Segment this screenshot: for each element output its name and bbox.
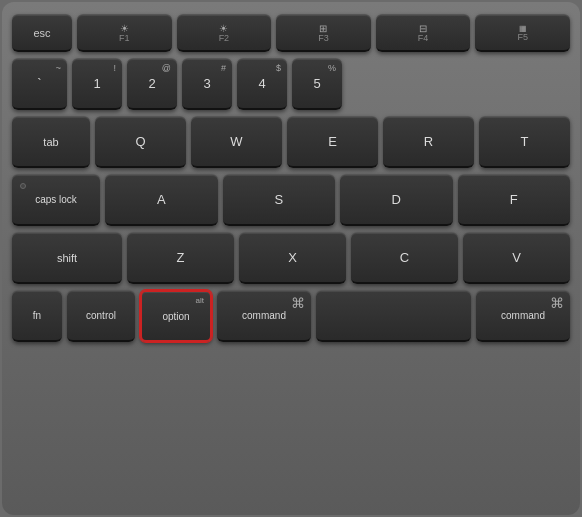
key-tab[interactable]: tab bbox=[12, 116, 90, 168]
q-label: Q bbox=[135, 134, 145, 149]
key-1[interactable]: ! 1 bbox=[72, 58, 122, 110]
option-label: option bbox=[162, 311, 189, 322]
four-label: 4 bbox=[258, 76, 265, 91]
f4-label: F4 bbox=[418, 34, 429, 43]
keyboard: esc ☀ F1 ☀ F2 ⊞ F3 ⊟ F4 ▦ F5 ~ ` ! 1 bbox=[2, 2, 580, 515]
f1-icon: ☀ bbox=[120, 23, 129, 34]
key-a[interactable]: A bbox=[105, 174, 218, 226]
command-left-label: command bbox=[242, 310, 286, 321]
key-3[interactable]: # 3 bbox=[182, 58, 232, 110]
hash-label: # bbox=[221, 64, 226, 73]
key-f4[interactable]: ⊟ F4 bbox=[376, 14, 471, 52]
key-t[interactable]: T bbox=[479, 116, 570, 168]
backtick-label: ` bbox=[37, 76, 41, 91]
z-label: Z bbox=[177, 250, 185, 265]
key-c[interactable]: C bbox=[351, 232, 458, 284]
key-command-left[interactable]: ⌘ command bbox=[217, 290, 311, 342]
key-2[interactable]: @ 2 bbox=[127, 58, 177, 110]
key-f5[interactable]: ▦ F5 bbox=[475, 14, 570, 52]
cmd-icon-left: ⌘ bbox=[291, 296, 305, 310]
key-esc[interactable]: esc bbox=[12, 14, 72, 52]
v-label: V bbox=[512, 250, 521, 265]
key-control[interactable]: control bbox=[67, 290, 135, 342]
one-label: 1 bbox=[93, 76, 100, 91]
e-label: E bbox=[328, 134, 337, 149]
key-shift-left[interactable]: shift bbox=[12, 232, 122, 284]
percent-label: % bbox=[328, 64, 336, 73]
key-d[interactable]: D bbox=[340, 174, 453, 226]
shift-label: shift bbox=[57, 252, 77, 264]
f5-label: F5 bbox=[517, 33, 528, 42]
key-command-right[interactable]: ⌘ command bbox=[476, 290, 570, 342]
f4-icon: ⊟ bbox=[419, 23, 427, 34]
zxcv-row: shift Z X C V bbox=[12, 232, 570, 284]
control-label: control bbox=[86, 310, 116, 321]
f3-label: F3 bbox=[318, 34, 329, 43]
key-s[interactable]: S bbox=[223, 174, 336, 226]
key-f[interactable]: F bbox=[458, 174, 571, 226]
five-label: 5 bbox=[313, 76, 320, 91]
alt-label: alt bbox=[196, 297, 204, 305]
key-e[interactable]: E bbox=[287, 116, 378, 168]
c-label: C bbox=[400, 250, 409, 265]
key-z[interactable]: Z bbox=[127, 232, 234, 284]
key-v[interactable]: V bbox=[463, 232, 570, 284]
number-row: ~ ` ! 1 @ 2 # 3 $ 4 % 5 bbox=[12, 58, 570, 110]
f1-label: F1 bbox=[119, 34, 130, 43]
caps-label: caps lock bbox=[35, 194, 77, 205]
f-label: F bbox=[510, 192, 518, 207]
key-r[interactable]: R bbox=[383, 116, 474, 168]
key-caps-lock[interactable]: caps lock bbox=[12, 174, 100, 226]
key-space[interactable] bbox=[316, 290, 471, 342]
command-right-label: command bbox=[501, 310, 545, 321]
key-5[interactable]: % 5 bbox=[292, 58, 342, 110]
tilde-top: ~ bbox=[56, 64, 61, 73]
three-label: 3 bbox=[203, 76, 210, 91]
key-4[interactable]: $ 4 bbox=[237, 58, 287, 110]
f3-icon: ⊞ bbox=[319, 23, 327, 34]
s-label: S bbox=[274, 192, 283, 207]
esc-label: esc bbox=[33, 27, 50, 39]
exclaim-label: ! bbox=[113, 64, 116, 73]
x-label: X bbox=[288, 250, 297, 265]
fn-label: fn bbox=[33, 310, 41, 321]
f2-icon: ☀ bbox=[219, 23, 228, 34]
f2-label: F2 bbox=[219, 34, 230, 43]
key-option[interactable]: alt option bbox=[140, 290, 212, 342]
key-f3[interactable]: ⊞ F3 bbox=[276, 14, 371, 52]
w-label: W bbox=[230, 134, 242, 149]
tab-label: tab bbox=[43, 136, 58, 148]
key-f1[interactable]: ☀ F1 bbox=[77, 14, 172, 52]
d-label: D bbox=[392, 192, 401, 207]
key-x[interactable]: X bbox=[239, 232, 346, 284]
r-label: R bbox=[424, 134, 433, 149]
key-q[interactable]: Q bbox=[95, 116, 186, 168]
key-w[interactable]: W bbox=[191, 116, 282, 168]
asdf-row: caps lock A S D F bbox=[12, 174, 570, 226]
dollar-label: $ bbox=[276, 64, 281, 73]
caps-lock-dot bbox=[20, 183, 26, 189]
at-label: @ bbox=[162, 64, 171, 73]
key-fn[interactable]: fn bbox=[12, 290, 62, 342]
bottom-row: fn control alt option ⌘ command ⌘ comman… bbox=[12, 290, 570, 342]
cmd-icon-right: ⌘ bbox=[550, 296, 564, 310]
fn-row: esc ☀ F1 ☀ F2 ⊞ F3 ⊟ F4 ▦ F5 bbox=[12, 14, 570, 52]
key-tilde[interactable]: ~ ` bbox=[12, 58, 67, 110]
qwerty-row: tab Q W E R T bbox=[12, 116, 570, 168]
two-label: 2 bbox=[148, 76, 155, 91]
a-label: A bbox=[157, 192, 166, 207]
key-f2[interactable]: ☀ F2 bbox=[177, 14, 272, 52]
t-label: T bbox=[521, 134, 529, 149]
